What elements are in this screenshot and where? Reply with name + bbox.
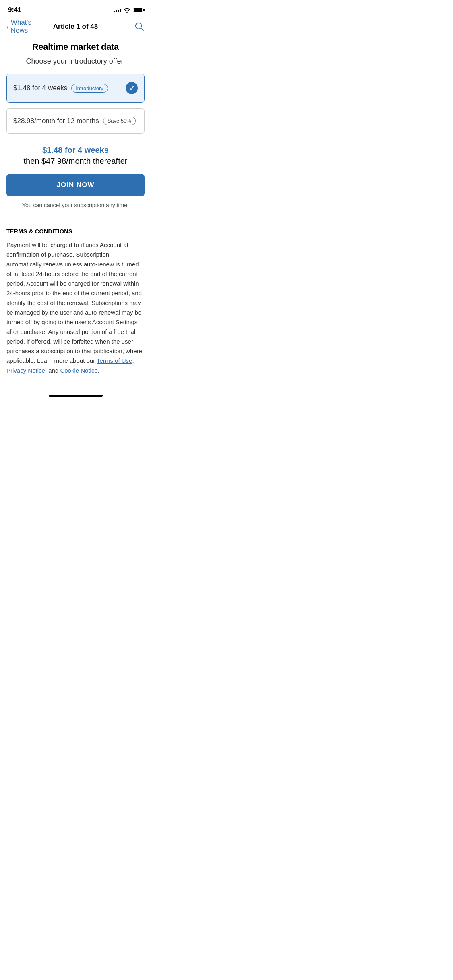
main-content: Realtime market data Choose your introdu…	[0, 35, 151, 218]
back-label: What's News	[11, 19, 41, 35]
nav-header: ‹ What's News Article 1 of 48	[0, 18, 151, 35]
home-bar	[49, 395, 103, 397]
offer-1-badge: Introductory	[71, 84, 108, 93]
status-icons	[114, 8, 143, 13]
intro-text: Choose your introductory offer.	[6, 57, 145, 74]
nav-title: Article 1 of 48	[41, 23, 110, 31]
terms-sep1: ,	[132, 357, 134, 364]
back-button[interactable]: ‹ What's News	[6, 19, 41, 35]
search-icon	[134, 21, 145, 32]
search-button[interactable]	[110, 21, 145, 32]
terms-title: TERMS & CONDITIONS	[6, 228, 145, 235]
terms-of-use-link[interactable]: Terms of Use	[97, 357, 132, 364]
cancel-text: You can cancel your subscription any tim…	[6, 202, 145, 218]
offer-2-price: $28.98/month for 12 months	[13, 117, 99, 125]
offer-1-left: $1.48 for 4 weeks Introductory	[13, 84, 108, 93]
join-now-button[interactable]: JOIN NOW	[6, 174, 145, 196]
signal-icon	[114, 8, 121, 12]
partial-header: Realtime market data	[6, 35, 145, 57]
terms-sep2: , and	[45, 367, 60, 374]
wifi-icon	[124, 8, 130, 13]
terms-end: .	[98, 367, 99, 374]
offer-1-check-icon	[126, 82, 138, 94]
privacy-notice-link[interactable]: Privacy Notice	[6, 367, 45, 374]
back-chevron-icon: ‹	[6, 23, 9, 31]
offer-2-left: $28.98/month for 12 months Save 50%	[13, 117, 136, 125]
cookie-notice-link[interactable]: Cookie Notice	[60, 367, 97, 374]
offer-2-badge: Save 50%	[103, 117, 136, 125]
terms-section: TERMS & CONDITIONS Payment will be charg…	[0, 218, 151, 391]
status-bar: 9:41	[0, 0, 151, 18]
offer-card-2[interactable]: $28.98/month for 12 months Save 50%	[6, 108, 145, 134]
offer-card-1[interactable]: $1.48 for 4 weeks Introductory	[6, 74, 145, 103]
price-then: then $47.98/month thereafter	[6, 156, 145, 166]
status-time: 9:41	[8, 6, 21, 14]
battery-icon	[133, 8, 143, 12]
terms-body-text: Payment will be charged to iTunes Accoun…	[6, 241, 142, 364]
price-summary: $1.48 for 4 weeks then $47.98/month ther…	[6, 139, 145, 174]
svg-line-1	[141, 28, 144, 31]
terms-body: Payment will be charged to iTunes Accoun…	[6, 240, 145, 375]
home-indicator	[0, 391, 151, 401]
price-highlight: $1.48 for 4 weeks	[6, 146, 145, 155]
offer-1-price: $1.48 for 4 weeks	[13, 84, 67, 92]
